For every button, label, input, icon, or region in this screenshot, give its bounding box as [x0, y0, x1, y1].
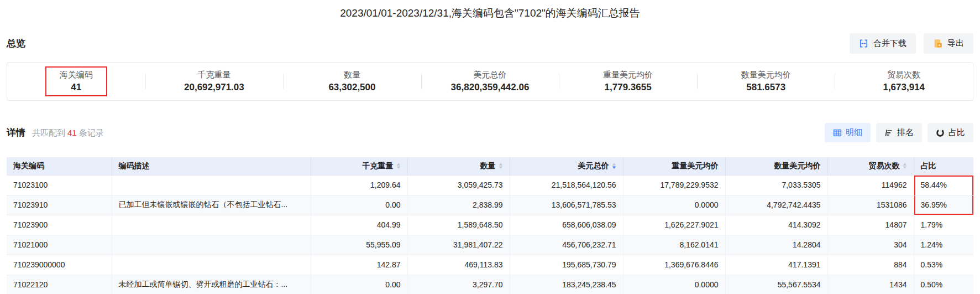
- column-header: 数量美元均价: [725, 157, 827, 175]
- table-cell: 17,789,229.9532: [623, 175, 725, 195]
- stat-label: 美元总价: [474, 69, 507, 80]
- view-share-button[interactable]: 占比: [927, 123, 973, 142]
- table-cell: 0.00: [311, 275, 407, 294]
- table-cell: 已加工但未镶嵌或镶嵌的钻石（不包括工业钻石...: [112, 195, 311, 215]
- table-cell: 3,297.70: [407, 275, 510, 294]
- detail-table: 海关编码编码描述千克重量▲▼数量▲▼美元总价▲▼重量美元均价数量美元均价贸易次数…: [7, 157, 973, 294]
- table-cell-highlighted: 36.95%: [914, 195, 973, 215]
- table-cell: 1,589,648.50: [407, 215, 510, 235]
- column-header-label: 编码描述: [119, 161, 150, 171]
- stat-item: 海关编码41: [7, 63, 145, 100]
- table-cell: 1,369,676.8446: [623, 255, 725, 275]
- table-cell: 658,606,038.09: [510, 215, 623, 235]
- stat-value: 41: [71, 81, 81, 94]
- stat-highlight-box: 海关编码41: [45, 66, 107, 96]
- column-header-label: 数量美元均价: [774, 161, 821, 171]
- table-cell: 469,113.83: [407, 255, 510, 275]
- stat-label: 数量: [344, 69, 360, 80]
- column-header: 海关编码: [7, 157, 112, 175]
- table-cell: 114962: [827, 175, 914, 195]
- view-detail-button[interactable]: 明细: [825, 123, 871, 142]
- column-header[interactable]: 美元总价▲▼: [510, 157, 623, 175]
- table-cell: 0.0000: [623, 195, 725, 215]
- table-cell: [112, 175, 311, 195]
- table-cell: 183,245,238.45: [510, 275, 623, 294]
- table-cell: 195,685,730.79: [510, 255, 623, 275]
- stat-item: 数量美元均价581.6573: [697, 63, 835, 100]
- view-rank-label: 排名: [897, 127, 914, 138]
- table-cell: 3,059,425.73: [407, 175, 510, 195]
- table-cell: 0.53%: [914, 255, 973, 275]
- merge-download-button[interactable]: 合并下载: [850, 33, 916, 54]
- pie-share-icon: [936, 128, 945, 137]
- stat-box: 美元总价36,820,359,442.06: [443, 68, 537, 95]
- stat-item: 数量63,302,500: [283, 63, 421, 100]
- table-cell: 1.24%: [914, 235, 973, 255]
- table-cell: 13,606,571,785.53: [510, 195, 623, 215]
- stat-value: 1,779.3655: [605, 81, 652, 94]
- stat-item: 千克重量20,692,971.03: [145, 63, 284, 100]
- stat-box: 重量美元均价1,779.3655: [595, 68, 661, 95]
- stat-item: 美元总价36,820,359,442.06: [421, 63, 559, 100]
- table-cell: [112, 255, 311, 275]
- column-header[interactable]: 千克重量▲▼: [311, 157, 407, 175]
- stat-value: 581.6573: [746, 81, 785, 94]
- table-cell: 7,033.5305: [725, 175, 827, 195]
- table-cell: 71023900: [7, 215, 112, 235]
- table-cell: 14.2804: [725, 235, 827, 255]
- sort-icon[interactable]: ▲▼: [499, 163, 503, 169]
- column-header-label: 美元总价: [578, 161, 609, 171]
- detail-table-icon: [833, 128, 842, 137]
- table-cell: 1,209.64: [311, 175, 407, 195]
- table-cell: 71023910: [7, 195, 112, 215]
- export-button[interactable]: 导出: [924, 33, 973, 54]
- column-header[interactable]: 贸易次数▲▼: [827, 157, 914, 175]
- table-row: 7102100055,955.0931,981,407.22456,706,23…: [7, 235, 973, 255]
- table-cell: 710239000000: [7, 255, 112, 275]
- table-cell: 4,792,742.4435: [725, 195, 827, 215]
- stat-label: 千克重量: [197, 69, 230, 80]
- column-header: 重量美元均价: [623, 157, 725, 175]
- column-header-label: 贸易次数: [869, 161, 900, 171]
- stat-label: 贸易次数: [887, 69, 920, 80]
- stat-box: 数量63,302,500: [321, 68, 383, 95]
- table-cell: [112, 235, 311, 255]
- column-header-label: 海关编码: [13, 161, 44, 171]
- stat-value: 1,673,914: [883, 81, 925, 94]
- table-cell-highlighted: 58.44%: [914, 175, 973, 195]
- column-header-label: 千克重量: [363, 161, 394, 171]
- table-cell: 1.79%: [914, 215, 973, 235]
- stat-box: 数量美元均价581.6573: [733, 68, 799, 95]
- table-row: 71023910已加工但未镶嵌或镶嵌的钻石（不包括工业钻石...0.002,83…: [7, 195, 973, 215]
- overview-title: 总览: [7, 37, 25, 50]
- stat-value: 36,820,359,442.06: [451, 81, 530, 94]
- column-header-label: 重量美元均价: [672, 161, 719, 171]
- matched-count: 41: [65, 128, 79, 137]
- table-cell: 142.87: [311, 255, 407, 275]
- table-cell: 884: [827, 255, 914, 275]
- stat-value: 20,692,971.03: [184, 81, 244, 94]
- overview-header: 总览 合并下载 导出: [0, 33, 980, 54]
- sort-icon[interactable]: ▲▼: [396, 163, 401, 169]
- sort-icon[interactable]: ▲▼: [612, 163, 616, 169]
- table-cell: 55,567.5534: [725, 275, 827, 294]
- table-cell: 71023100: [7, 175, 112, 195]
- table-cell: 71021000: [7, 235, 112, 255]
- rank-icon: [884, 128, 893, 137]
- column-header-label: 数量: [480, 161, 496, 171]
- view-rank-button[interactable]: 排名: [876, 123, 922, 142]
- stat-label: 重量美元均价: [603, 69, 653, 80]
- table-cell: 417.1391: [725, 255, 827, 275]
- column-header: 占比: [914, 157, 973, 175]
- table-cell: 414.3092: [725, 215, 827, 235]
- table-cell: 0.50%: [914, 275, 973, 294]
- table-cell: 2,838.99: [407, 195, 510, 215]
- sort-icon[interactable]: ▲▼: [903, 163, 907, 169]
- table-cell: 404.99: [311, 215, 407, 235]
- table-cell: 1,626,227.9021: [623, 215, 725, 235]
- overview-stats-card: 海关编码41千克重量20,692,971.03数量63,302,500美元总价3…: [7, 62, 973, 101]
- column-header: 编码描述: [112, 157, 311, 175]
- table-header-row: 海关编码编码描述千克重量▲▼数量▲▼美元总价▲▼重量美元均价数量美元均价贸易次数…: [7, 157, 973, 175]
- column-header[interactable]: 数量▲▼: [407, 157, 510, 175]
- table-cell: 55,955.09: [311, 235, 407, 255]
